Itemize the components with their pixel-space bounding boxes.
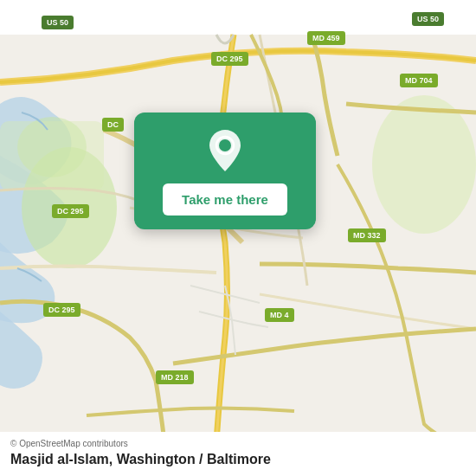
svg-point-5 — [219, 139, 231, 151]
road-badge-us50-left: US 50 — [42, 16, 74, 29]
road-badge-md704: MD 704 — [400, 74, 438, 87]
road-badge-md218: MD 218 — [156, 370, 194, 384]
road-badge-dc295-mid: DC 295 — [52, 204, 89, 218]
location-pin-icon — [203, 128, 248, 173]
popup-card: Take me there — [134, 113, 316, 229]
road-badge-dc295-bot: DC 295 — [43, 303, 80, 317]
take-me-there-button[interactable]: Take me there — [163, 183, 287, 215]
road-badge-md459: MD 459 — [307, 31, 345, 45]
location-name: Masjid al-Islam, Washington / Baltimore — [10, 452, 466, 467]
road-badge-md332: MD 332 — [348, 228, 386, 242]
road-badge-md4: MD 4 — [265, 308, 294, 322]
bottom-bar: © OpenStreetMap contributors Masjid al-I… — [0, 432, 476, 476]
map-container: US 50 US 50 DC 295 MD 459 MD 704 DC DC 2… — [0, 0, 476, 476]
svg-point-4 — [372, 95, 476, 234]
road-badge-dc295-top: DC 295 — [211, 52, 248, 66]
svg-rect-3 — [0, 121, 104, 190]
road-badge-us50-right: US 50 — [412, 12, 444, 26]
attribution: © OpenStreetMap contributors — [10, 439, 466, 448]
road-badge-dc-mid: DC — [102, 118, 124, 132]
